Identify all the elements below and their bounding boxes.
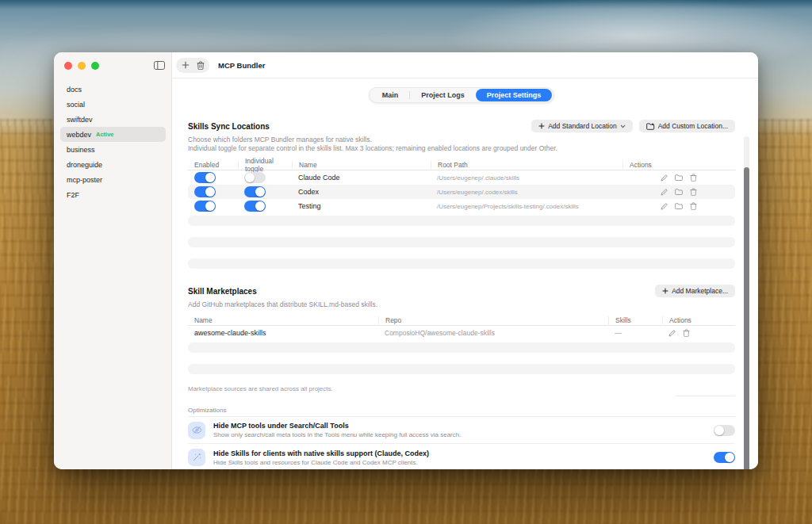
sidebar-item-label: droneguide (67, 161, 102, 169)
close-window-button[interactable] (64, 62, 72, 70)
enabled-toggle[interactable] (194, 186, 216, 197)
trash-icon (690, 174, 697, 182)
delete-button[interactable] (690, 188, 697, 196)
column-header-name: Name (188, 316, 378, 324)
marketplace-skills-count: — (608, 329, 662, 337)
enabled-toggle[interactable] (194, 172, 216, 183)
active-badge: Active (96, 131, 114, 138)
sidebar-item-social[interactable]: social (60, 97, 166, 112)
divider (676, 396, 735, 396)
wand-icon (188, 449, 205, 466)
toolbar: MCP Bundler (172, 52, 758, 78)
location-path: /Users/eugenep/Projects/skills-testing/.… (431, 203, 622, 210)
add-standard-location-button[interactable]: Add Standard Location (531, 120, 632, 132)
sidebar-item-f2f[interactable]: F2F (60, 187, 166, 202)
button-label: Add Marketplace... (672, 287, 728, 295)
column-header-enabled: Enabled (188, 161, 238, 169)
optimization-desc: Show only search/call meta tools in the … (213, 431, 461, 438)
tab-project-logs[interactable]: Project Logs (410, 89, 476, 101)
pencil-icon (661, 203, 668, 210)
empty-row (188, 342, 735, 353)
trash-icon (683, 329, 690, 337)
folder-icon (675, 189, 683, 195)
delete-button[interactable] (690, 174, 697, 182)
column-header-root-path: Root Path (431, 161, 622, 169)
pencil-icon (661, 189, 668, 196)
open-folder-button[interactable] (675, 203, 683, 209)
individual-toggle[interactable] (244, 186, 266, 197)
sidebar-item-label: webdev (67, 131, 91, 139)
marketplaces-footnote: Marketplace sources are shared across al… (188, 385, 735, 392)
hide-mcp-tools-toggle[interactable] (714, 425, 735, 436)
empty-row (188, 258, 735, 269)
trash-icon (690, 202, 697, 210)
sidebar-item-business[interactable]: business (60, 142, 166, 157)
scrollbar-thumb[interactable] (744, 167, 749, 469)
add-marketplace-button[interactable]: Add Marketplace... (655, 285, 735, 297)
location-name: Codex (292, 188, 431, 196)
skills-sync-desc-1: Choose which folders MCP Bundler manages… (188, 136, 735, 144)
add-project-button[interactable] (182, 61, 190, 69)
sidebar-item-webdev[interactable]: webdev Active (60, 127, 166, 142)
location-name: Testing (292, 202, 431, 210)
project-list: docs social swiftdev webdev Active busin… (54, 78, 171, 202)
empty-row (188, 216, 735, 226)
edit-button[interactable] (668, 330, 676, 337)
folder-plus-icon (646, 123, 655, 130)
location-path: /Users/eugenep/.codex/skills (431, 189, 622, 196)
skills-row-claude-code: Claude Code /Users/eugenep/.claude/skill… (188, 170, 735, 185)
individual-toggle[interactable] (244, 172, 266, 183)
tab-main[interactable]: Main (371, 89, 410, 101)
main-panel: MCP Bundler Main Project Logs Project Se… (172, 52, 758, 469)
delete-button[interactable] (690, 202, 697, 210)
location-path: /Users/eugenep/.claude/skills (431, 174, 622, 182)
sidebar-item-label: mcp-poster (67, 176, 102, 184)
toggle-sidebar-button[interactable] (154, 61, 165, 70)
zoom-window-button[interactable] (91, 62, 99, 70)
hide-skills-toggle[interactable] (714, 452, 735, 463)
optimization-title: Hide MCP tools under Search/Call Tools (213, 422, 461, 430)
plus-icon (182, 61, 190, 69)
add-custom-location-button[interactable]: Add Custom Location... (639, 120, 735, 132)
column-header-skills: Skills (608, 316, 662, 324)
edit-button[interactable] (661, 189, 668, 196)
empty-row (188, 237, 735, 247)
sidebar-item-label: F2F (67, 191, 79, 199)
scrollbar[interactable] (744, 136, 749, 465)
column-header-repo: Repo (378, 316, 608, 324)
marketplaces-title: Skill Marketplaces (188, 287, 257, 296)
sidebar-header (54, 52, 171, 78)
sidebar-item-label: business (67, 146, 95, 154)
open-folder-button[interactable] (675, 174, 683, 181)
traffic-lights (64, 62, 99, 70)
edit-button[interactable] (661, 203, 668, 210)
marketplace-repo: ComposioHQ/awesome-claude-skills (378, 329, 608, 337)
chevron-down-icon (620, 124, 626, 128)
sidebar-item-droneguide[interactable]: droneguide (60, 157, 166, 172)
sidebar-item-label: social (67, 101, 85, 109)
optimization-desc: Hide Skills tools and resources for Clau… (213, 459, 429, 466)
open-folder-button[interactable] (675, 189, 683, 195)
pencil-icon (668, 330, 676, 337)
minimize-window-button[interactable] (78, 62, 86, 70)
delete-button[interactable] (683, 329, 690, 337)
button-label: Add Custom Location... (658, 122, 728, 130)
sidebar-item-docs[interactable]: docs (60, 82, 166, 97)
trash-icon (197, 61, 205, 70)
sidebar-item-mcp-poster[interactable]: mcp-poster (60, 172, 166, 187)
optimization-row-hide-skills: Hide Skills for clients with native skil… (188, 444, 735, 469)
marketplace-name: awesome-claude-skills (188, 329, 378, 337)
tab-project-settings[interactable]: Project Settings (476, 89, 553, 101)
skills-table-header: Enabled Individual toggle Name Root Path… (188, 159, 735, 170)
plus-icon (538, 123, 545, 129)
plus-icon (662, 288, 668, 294)
edit-button[interactable] (661, 174, 668, 182)
optimization-row-hide-mcp-tools: Hide MCP tools under Search/Call Tools S… (188, 417, 735, 444)
delete-project-button[interactable] (197, 61, 205, 70)
enabled-toggle[interactable] (194, 201, 216, 212)
individual-toggle[interactable] (244, 201, 266, 212)
sidebar-item-swiftdev[interactable]: swiftdev (60, 112, 166, 127)
marketplaces-desc: Add GitHub marketplaces that distribute … (188, 300, 735, 309)
marketplaces-table-header: Name Repo Skills Actions (188, 315, 735, 326)
sidebar-toggle-icon (154, 61, 165, 70)
